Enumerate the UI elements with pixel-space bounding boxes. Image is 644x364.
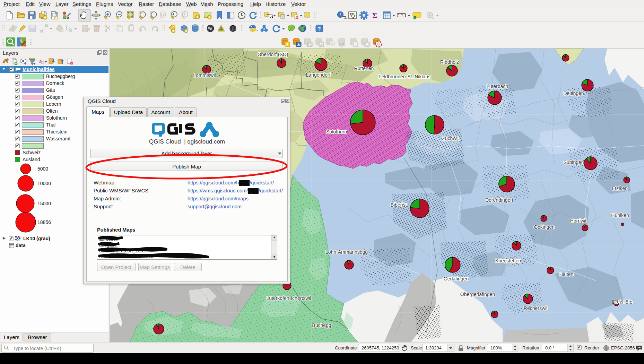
svg-text:?: ? <box>318 26 321 32</box>
svg-text:Oekingen: Oekingen <box>534 224 555 230</box>
svg-text:Biberist: Biberist <box>391 202 407 208</box>
svg-text:Recherswil: Recherswil <box>524 305 547 311</box>
svg-text:Zuchwil: Zuchwil <box>442 136 458 141</box>
svg-text:Subingen: Subingen <box>563 159 584 165</box>
svg-text:Rüttenen: Rüttenen <box>354 66 374 71</box>
svg-text:Hüniken: Hüniken <box>611 213 629 218</box>
svg-text:Lohn-Ammannsegg: Lohn-Ammannsegg <box>325 249 368 255</box>
svg-text:Lommiswil: Lommiswil <box>193 72 216 78</box>
svg-text:Derendingen: Derendingen <box>485 197 513 203</box>
svg-text:Gerlafingen: Gerlafingen <box>444 276 469 281</box>
svg-text:5000: 5000 <box>37 166 48 172</box>
svg-text:Obergerlafingen: Obergerlafingen <box>460 292 495 297</box>
svg-text:>: > <box>256 29 258 32</box>
svg-text:Solothurn: Solothurn <box>326 129 347 135</box>
svg-text:Deitingen: Deitingen <box>563 90 584 96</box>
svg-text:Buchegg: Buchegg <box>312 322 331 328</box>
svg-text:Oberdorf (SO): Oberdorf (SO) <box>258 52 288 57</box>
svg-text:Riedholz: Riedholz <box>440 59 459 65</box>
svg-text:Etziken: Etziken <box>612 185 628 191</box>
svg-text:1:1: 1:1 <box>161 14 164 16</box>
svg-text:18856: 18856 <box>37 219 51 225</box>
svg-text:ε: ε <box>39 59 41 64</box>
svg-text:a: a <box>67 15 69 19</box>
svg-text:10000: 10000 <box>37 181 51 186</box>
svg-text:15000: 15000 <box>37 201 51 206</box>
svg-text:Drei Höfe: Drei Höfe <box>612 299 632 305</box>
svg-text:Horriwil: Horriwil <box>570 218 586 224</box>
svg-text:Lüterkofen-Ichertswil: Lüterkofen-Ichertswil <box>266 295 311 301</box>
svg-text:Halten: Halten <box>559 271 573 277</box>
svg-text:Luterbach: Luterbach <box>487 84 508 89</box>
svg-text:Feldbrunnen-St. Niklaus: Feldbrunnen-St. Niklaus <box>378 74 430 79</box>
svg-text:Σ: Σ <box>372 11 377 20</box>
svg-text:Langendorf: Langendorf <box>306 72 331 78</box>
svg-text:Kriegstetten: Kriegstetten <box>495 258 521 263</box>
